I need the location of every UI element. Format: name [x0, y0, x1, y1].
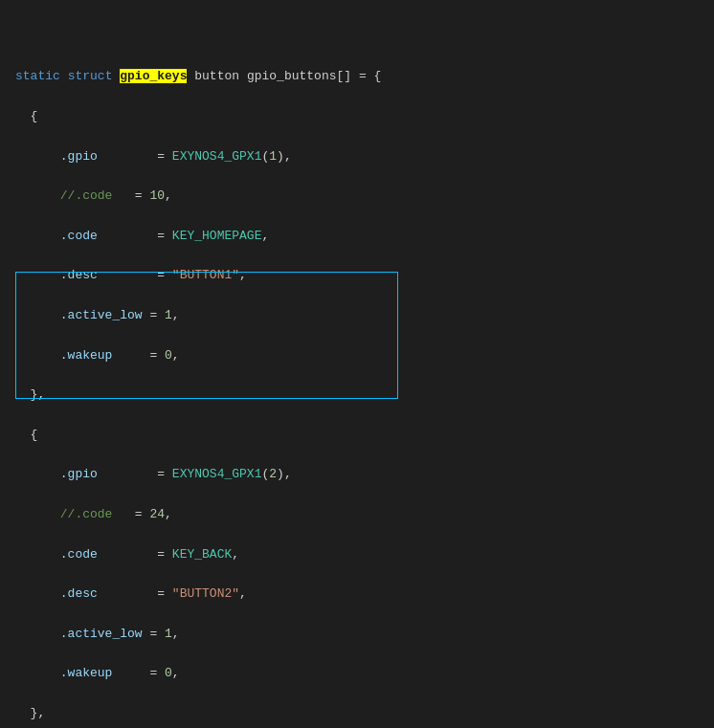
line-6: .desc = "BUTTON1",: [15, 266, 699, 286]
line-11: .gpio = EXYNOS4_GPX1(2),: [15, 465, 699, 485]
line-4: //.code = 10,: [15, 187, 699, 207]
line-10: {: [15, 426, 699, 446]
line-3: .gpio = EXYNOS4_GPX1(1),: [15, 147, 699, 167]
line-14: .desc = "BUTTON2",: [15, 585, 699, 605]
line-17: },: [15, 704, 699, 724]
line-15: .active_low = 1,: [15, 625, 699, 645]
line-8: .wakeup = 0,: [15, 346, 699, 366]
line-5: .code = KEY_HOMEPAGE,: [15, 227, 699, 247]
selected-block: [15, 272, 398, 399]
line-7: .active_low = 1,: [15, 306, 699, 326]
line-1: static struct gpio_keys button gpio_butt…: [15, 67, 699, 87]
line-16: .wakeup = 0,: [15, 664, 699, 684]
line-9: },: [15, 386, 699, 406]
line-13: .code = KEY_BACK,: [15, 545, 699, 565]
code-editor: static struct gpio_keys button gpio_butt…: [0, 0, 714, 728]
line-2: {: [15, 107, 699, 127]
line-12: //.code = 24,: [15, 505, 699, 525]
